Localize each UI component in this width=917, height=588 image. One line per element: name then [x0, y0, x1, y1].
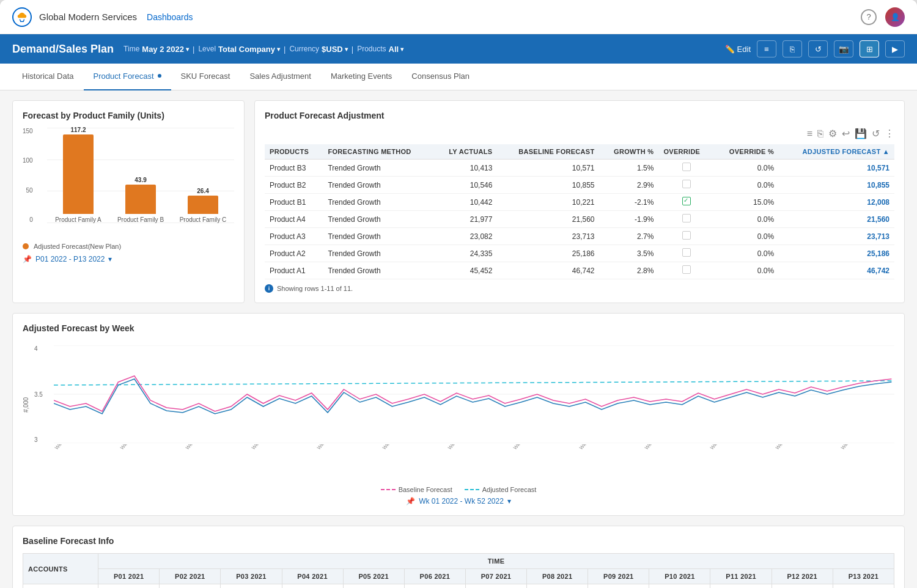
override-checkbox[interactable] — [682, 231, 691, 240]
cell-ly: 10,413 — [434, 160, 498, 177]
baseline-info-title: Baseline Forecast Info — [23, 536, 894, 546]
xaxis-label — [234, 444, 253, 462]
cell-growth: 2.9% — [600, 177, 659, 194]
cell-override-pct: 0.0% — [714, 160, 779, 177]
cell-baseline: 25,186 — [497, 245, 599, 262]
time-chevron-icon: ▾ — [186, 46, 189, 53]
period-header: P11 2021 — [710, 569, 772, 584]
undo-btn[interactable]: ↩ — [842, 128, 850, 139]
edit-button[interactable]: ✏️ Edit — [725, 45, 751, 54]
baseline-line-icon — [381, 489, 396, 490]
override-checkbox[interactable] — [682, 163, 691, 171]
bar-label-c: Product Family C — [180, 216, 227, 223]
refresh-btn[interactable]: ↺ — [872, 128, 880, 139]
cell-baseline: 46,742 — [497, 262, 599, 279]
user-avatar[interactable]: 👤 — [885, 7, 905, 27]
override-checkbox[interactable] — [682, 197, 691, 205]
col-products: PRODUCTS — [265, 144, 323, 160]
xaxis-label — [463, 444, 482, 462]
settings-btn[interactable]: ⚙ — [828, 128, 837, 139]
tab-marketing-events[interactable]: Marketing Events — [321, 64, 402, 90]
tab-product-forecast[interactable]: Product Forecast — [84, 64, 171, 90]
bar-chart-date-chevron: ▾ — [108, 255, 112, 263]
bar-chart-date-value: P01 2022 - P13 2022 — [35, 255, 105, 263]
override-checkbox[interactable] — [682, 180, 691, 188]
top-nav-right: ? 👤 — [861, 7, 905, 27]
page-title: Demand/Sales Plan — [12, 43, 114, 56]
bar-b[interactable] — [125, 185, 156, 214]
cell-ly: 21,977 — [434, 211, 498, 228]
period-header: P05 2021 — [343, 569, 404, 584]
cell-override-pct: 0.0% — [714, 211, 779, 228]
cell-method: Trended Growth — [323, 194, 433, 211]
tab-sales-adjustment[interactable]: Sales Adjustment — [240, 64, 320, 90]
override-checkbox[interactable] — [682, 248, 691, 257]
cell-override[interactable] — [658, 160, 713, 177]
help-icon[interactable]: ? — [861, 9, 877, 25]
forecast-table-panel: Product Forecast Adjustment ≡ ⎘ ⚙ ↩ 💾 ↺ … — [254, 100, 905, 303]
tab-sku-forecast[interactable]: SKU Forecast — [171, 64, 240, 90]
cell-ly: 24,335 — [434, 245, 498, 262]
refresh-icon-button[interactable]: ↺ — [808, 40, 828, 57]
tab-historical-data[interactable]: Historical Data — [12, 64, 84, 90]
camera-icon-button[interactable]: 📷 — [834, 40, 853, 57]
cell-override[interactable] — [658, 177, 713, 194]
video-icon-button[interactable]: ▶ — [885, 40, 905, 57]
bar-c[interactable] — [188, 196, 218, 214]
cell-adjusted: 25,186 — [779, 245, 894, 262]
currency-filter: Currency $USD ▾ — [289, 45, 347, 54]
cell-method: Trended Growth — [323, 160, 433, 177]
dashboards-link[interactable]: Dashboards — [147, 12, 193, 22]
table-row: Product B3 Trended Growth 10,413 10,571 … — [265, 160, 894, 177]
filter-icon-button[interactable]: ≡ — [757, 40, 776, 57]
cell-override[interactable] — [658, 228, 713, 245]
cell-override[interactable] — [658, 245, 713, 262]
cell-method: Trended Growth — [323, 245, 433, 262]
baseline-table: ACCOUNTS TIME P01 2021P02 2021P03 2021P0… — [23, 553, 894, 588]
copy-icon-button[interactable]: ⎘ — [783, 40, 802, 57]
bar-label-b: Product Family B — [117, 216, 164, 223]
bar-col-b: 43.9 Product Family B — [109, 177, 172, 223]
copy-btn[interactable]: ⎘ — [817, 128, 823, 139]
products-filter-value[interactable]: All ▾ — [389, 45, 404, 54]
cell-method: Trended Growth — [323, 177, 433, 194]
line-chart-date-range[interactable]: 📌 Wk 01 2022 - Wk 52 2022 ▾ — [23, 497, 894, 505]
filter-btn[interactable]: ≡ — [807, 128, 812, 139]
grid-icon-button[interactable]: ⊞ — [860, 40, 879, 57]
tab-dot — [158, 74, 161, 78]
col-baseline: BASELINE FORECAST — [497, 144, 599, 160]
override-checkbox[interactable] — [682, 265, 691, 274]
xaxis-label — [562, 444, 581, 462]
line-chart-svg — [54, 345, 894, 443]
save-btn[interactable]: 💾 — [855, 128, 867, 139]
period-header: P12 2021 — [772, 569, 833, 584]
cell-product: Product B1 — [265, 194, 323, 211]
cell-override[interactable] — [658, 211, 713, 228]
currency-filter-value[interactable]: $USD ▾ — [322, 45, 348, 54]
bar-a[interactable] — [63, 134, 94, 214]
bar-value-a: 117.2 — [70, 127, 86, 133]
bar-chart-date-range[interactable]: 📌 P01 2022 - P13 2022 ▾ — [23, 255, 234, 263]
xaxis-label — [152, 444, 171, 462]
period-header: P03 2021 — [221, 569, 282, 584]
more-btn[interactable]: ⋮ — [885, 128, 894, 139]
info-icon: i — [265, 284, 273, 293]
bar-col-c: 26.4 Product Family C — [172, 188, 234, 223]
time-filter-value[interactable]: May 2 2022 ▾ — [142, 45, 189, 54]
cell-override-pct: 0.0% — [714, 262, 779, 279]
line-date-chevron: ▾ — [507, 497, 511, 505]
cell-baseline: 10,571 — [497, 160, 599, 177]
tab-bar: Historical Data Product Forecast SKU For… — [0, 64, 917, 90]
tab-consensus-plan[interactable]: Consensus Plan — [402, 64, 479, 90]
cell-product: Product A2 — [265, 245, 323, 262]
level-filter-value[interactable]: Total Company ▾ — [218, 45, 280, 54]
cell-override[interactable] — [658, 262, 713, 279]
xaxis-label — [873, 444, 892, 462]
override-checkbox[interactable] — [682, 214, 691, 222]
cell-override[interactable] — [658, 194, 713, 211]
xaxis-label — [480, 444, 499, 462]
table-row: Product B1 Trended Growth 10,442 10,221 … — [265, 194, 894, 211]
cell-product: Product B2 — [265, 177, 323, 194]
bar-value-b: 43.9 — [134, 177, 146, 183]
top-section: Forecast by Product Family (Units) 150 1… — [12, 100, 905, 303]
